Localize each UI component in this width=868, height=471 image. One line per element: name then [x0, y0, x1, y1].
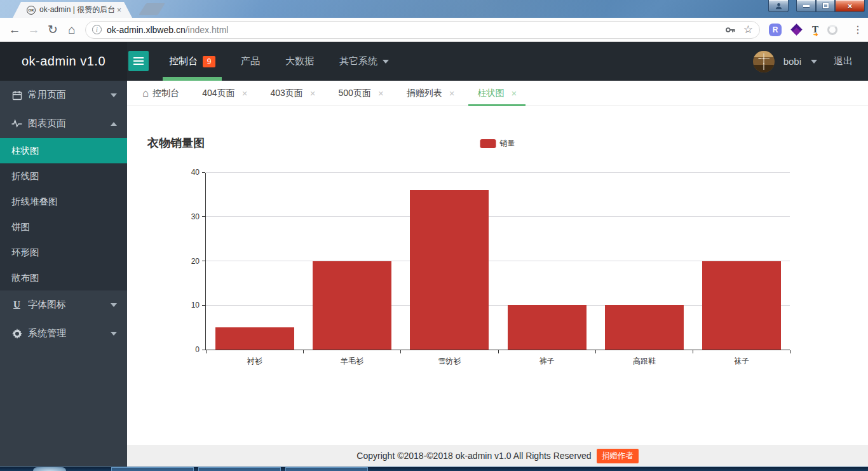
user-menu[interactable]: bobi [783, 56, 817, 67]
chart-legend[interactable]: 销量 [480, 138, 515, 149]
refresh-button[interactable]: ↻ [43, 24, 62, 36]
browser-home-button[interactable]: ⌂ [62, 24, 81, 36]
chart-bar [605, 305, 684, 350]
legend-swatch [480, 139, 496, 148]
tab-close-icon[interactable]: × [310, 88, 316, 98]
x-axis-label: 袜子 [693, 356, 790, 367]
sidebar-item[interactable]: 柱状图 [0, 138, 127, 163]
page-tab[interactable]: ⌂控制台 [133, 81, 188, 106]
nav-item[interactable]: 大数据 [273, 42, 327, 81]
address-bar[interactable]: i ok-admin.xlbweb.cn/index.html ☆ [85, 21, 760, 39]
sidebar-group[interactable]: U字体图标 [0, 290, 127, 319]
forward-button[interactable]: → [24, 24, 43, 36]
new-tab-button[interactable] [139, 3, 165, 15]
chevron-down-icon [811, 60, 817, 64]
page-tab-label: 404页面 [202, 88, 234, 99]
maximize-icon [823, 3, 829, 8]
browser-titlebar: OK ok-admin | 很赞的后台模 × × [0, 0, 868, 18]
extensions-row: R T ⋮ [769, 24, 863, 36]
y-axis-label: 0 [175, 346, 200, 353]
x-axis-tick [693, 350, 693, 353]
chart-title: 衣物销量图 [147, 135, 205, 151]
chart-page: 衣物销量图 销量 010203040衬衫羊毛衫雪纺衫裤子高跟鞋袜子 [127, 106, 868, 445]
sidebar-toggle-button[interactable] [128, 51, 149, 71]
url-path: /index.html [186, 25, 229, 35]
chart-bar [702, 261, 781, 350]
sidebar-item[interactable]: 散布图 [0, 265, 127, 290]
browser-tab[interactable]: OK ok-admin | 很赞的后台模 × [13, 2, 132, 18]
y-axis-label: 40 [175, 168, 200, 176]
page-tab-label: 控制台 [153, 88, 179, 99]
logout-button[interactable]: 退出 [834, 55, 853, 67]
url-text[interactable]: ok-admin.xlbweb.cn/index.html [107, 25, 724, 35]
page-tab-label: 柱状图 [477, 88, 504, 99]
minimize-button[interactable] [796, 0, 816, 12]
nav-item-label: 控制台 [169, 55, 198, 67]
minimize-icon [803, 5, 810, 7]
window-controls: × [768, 0, 865, 12]
nav-badge: 9 [203, 56, 215, 67]
taskbar-button[interactable] [285, 467, 368, 471]
back-button[interactable]: ← [5, 24, 24, 36]
sidebar-group[interactable]: 常用页面 [0, 81, 127, 109]
sidebar-group-label: 常用页面 [28, 89, 66, 101]
tab-close-icon[interactable]: × [511, 88, 517, 98]
nav-item-label: 其它系统 [339, 55, 377, 67]
sidebar-item[interactable]: 饼图 [0, 214, 127, 240]
extension-r-icon[interactable]: R [769, 24, 782, 36]
taskbar-button[interactable] [111, 467, 194, 471]
extension-layers-icon[interactable] [790, 24, 803, 36]
header-user-area: bobi 退出 [753, 42, 868, 81]
tab-close-icon[interactable]: × [242, 88, 248, 98]
page-tab[interactable]: 柱状图× [468, 81, 526, 106]
home-icon: ⌂ [142, 88, 149, 99]
taskbar-button[interactable] [198, 467, 281, 471]
tab-close-icon[interactable]: × [449, 88, 455, 98]
content-area: ⌂控制台404页面×403页面×500页面×捐赠列表×柱状图× 衣物销量图 销量… [127, 81, 868, 467]
x-axis-tick [790, 350, 791, 353]
nav-item[interactable]: 控制台9 [156, 42, 228, 81]
extension-translate-icon[interactable]: T [812, 25, 818, 34]
browser-menu-icon[interactable]: ⋮ [853, 24, 863, 36]
bookmark-star-icon[interactable]: ☆ [743, 24, 753, 35]
browser-tab-title: ok-admin | 很赞的后台模 [39, 4, 114, 15]
tab-close-icon[interactable]: × [117, 6, 121, 15]
underline-icon: U [11, 299, 22, 310]
app-window: ok-admin v1.0 控制台9产品大数据其它系统 bobi 退出 常用页面… [0, 42, 868, 467]
donate-button[interactable]: 捐赠作者 [597, 449, 639, 463]
sidebar-group[interactable]: 图表页面 [0, 109, 127, 138]
close-window-button[interactable]: × [835, 0, 865, 12]
page-tab[interactable]: 403页面× [261, 81, 324, 106]
sidebar-item[interactable]: 环形图 [0, 240, 127, 265]
page-info-icon[interactable]: i [92, 25, 102, 34]
x-axis-tick [400, 350, 401, 353]
page-tab[interactable]: 404页面× [193, 81, 256, 106]
page-tab[interactable]: 500页面× [330, 81, 393, 106]
x-axis-label: 裤子 [498, 356, 595, 367]
chevron-up-icon [111, 122, 117, 126]
maximize-button[interactable] [816, 0, 835, 12]
start-orb-icon[interactable] [33, 467, 66, 471]
y-gridline [206, 216, 790, 217]
calendar-icon [11, 90, 22, 100]
extension-ring-icon[interactable] [827, 25, 837, 35]
screen: OK ok-admin | 很赞的后台模 × × ← → ↻ ⌂ i ok-ad… [0, 0, 868, 471]
nav-item[interactable]: 产品 [228, 42, 273, 81]
page-tab-label: 403页面 [270, 88, 302, 99]
sidebar-item[interactable]: 折线图 [0, 163, 127, 189]
pulse-icon [11, 118, 22, 129]
avatar[interactable] [753, 51, 775, 72]
chart-bar [215, 327, 294, 350]
profile-button[interactable] [768, 0, 789, 12]
page-tab[interactable]: 捐赠列表× [398, 81, 464, 106]
x-axis-label: 雪纺衫 [401, 356, 498, 367]
nav-item[interactable]: 其它系统 [327, 42, 402, 81]
close-icon: × [848, 2, 853, 10]
windows-taskbar[interactable] [0, 467, 868, 471]
sidebar-item[interactable]: 折线堆叠图 [0, 189, 127, 214]
x-axis-label: 衬衫 [206, 356, 303, 367]
favicon-icon: OK [27, 6, 36, 15]
sidebar-group[interactable]: 系统管理 [0, 319, 127, 348]
password-key-icon[interactable] [724, 24, 736, 36]
tab-close-icon[interactable]: × [378, 88, 384, 98]
